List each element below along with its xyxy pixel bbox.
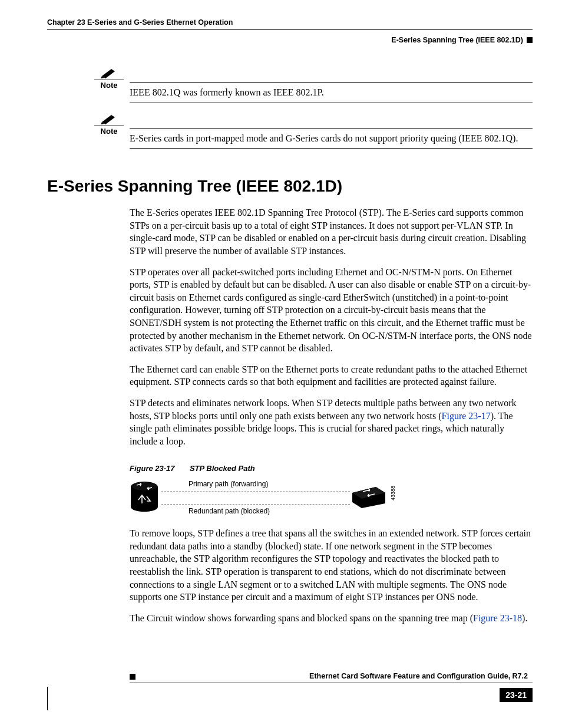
figure-diagram: Primary path (forwarding) Redundant path… [130,479,401,515]
note-marker: Note [94,68,124,90]
body-text: The Circuit window shows forwarding span… [130,613,473,623]
figure-xref-link[interactable]: Figure 23-18 [473,613,522,623]
note-label: Note [94,126,124,136]
body-paragraph: The E-Series operates IEEE 802.1D Spanni… [130,206,533,257]
figure-label: Figure 23-17 [130,464,175,473]
note-text: IEEE 802.1Q was formerly known as IEEE 8… [130,83,533,103]
svg-point-3 [132,482,157,490]
body-paragraph: To remove loops, STP defines a tree that… [130,527,533,604]
figure-caption: Figure 23-17 STP Blocked Path [130,464,533,473]
switch-icon [352,487,385,508]
note-text: E-Series cards in port-mapped mode and G… [130,129,533,149]
note-label: Note [94,80,124,90]
figure-primary-label: Primary path (forwarding) [189,480,268,488]
footer-guide-title: Ethernet Card Software Feature and Confi… [135,672,533,680]
note-marker: Note [94,114,124,136]
body-paragraph: The Circuit window shows forwarding span… [130,612,533,625]
header-decor-square [527,37,533,43]
body-paragraph: STP operates over all packet-switched po… [130,266,533,355]
margin-rule [47,687,48,710]
page-footer: Ethernet Card Software Feature and Confi… [47,671,533,702]
section-header: E-Series Spanning Tree (IEEE 802.1D) [391,36,523,44]
note-block: Note E-Series cards in port-mapped mode … [130,128,533,149]
note-block: Note IEEE 802.1Q was formerly known as I… [130,82,533,103]
router-icon [130,481,159,512]
figure-id: 43388 [390,486,396,500]
pencil-icon [101,68,117,78]
body-text: ). [522,613,527,623]
figure-title: STP Blocked Path [190,464,255,473]
figure-xref-link[interactable]: Figure 23-17 [442,411,491,421]
chapter-title: Chapter 23 E-Series and G-Series Etherne… [47,18,233,27]
body-paragraph: The Ethernet card can enable STP on the … [130,363,533,388]
page-number: 23-21 [500,688,533,702]
pencil-icon [101,114,117,124]
figure-redundant-label: Redundant path (blocked) [189,507,270,515]
section-title: E-Series Spanning Tree (IEEE 802.1D) [47,177,533,196]
body-paragraph: STP detects and eliminates network loops… [130,397,533,447]
footer-decor-square [130,674,135,680]
svg-point-2 [131,502,158,512]
